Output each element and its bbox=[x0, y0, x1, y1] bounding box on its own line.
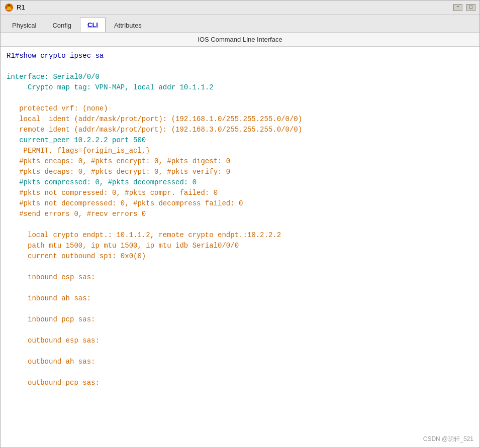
window-title: R1 bbox=[17, 4, 25, 11]
maximize-button[interactable]: □ bbox=[466, 4, 475, 11]
cli-output: R1#show crypto ipsec sainterface: Serial… bbox=[7, 51, 473, 388]
main-window: R1 − □ Physical Config CLI Attributes IO… bbox=[0, 0, 480, 448]
tab-config[interactable]: Config bbox=[45, 18, 79, 32]
app-icon bbox=[5, 3, 14, 12]
watermark: CSDN @玥轩_521 bbox=[423, 435, 473, 443]
cli-body[interactable]: R1#show crypto ipsec sainterface: Serial… bbox=[1, 47, 479, 447]
tab-cli[interactable]: CLI bbox=[80, 18, 106, 32]
title-bar: R1 − □ bbox=[1, 1, 479, 15]
svg-point-2 bbox=[8, 5, 10, 7]
tab-physical[interactable]: Physical bbox=[5, 18, 44, 32]
tab-attributes[interactable]: Attributes bbox=[107, 18, 149, 32]
title-bar-controls: − □ bbox=[453, 4, 475, 11]
title-bar-left: R1 bbox=[5, 3, 25, 12]
cli-header: IOS Command Line Interface bbox=[1, 33, 479, 47]
tab-bar: Physical Config CLI Attributes bbox=[1, 15, 479, 33]
minimize-button[interactable]: − bbox=[453, 4, 462, 11]
